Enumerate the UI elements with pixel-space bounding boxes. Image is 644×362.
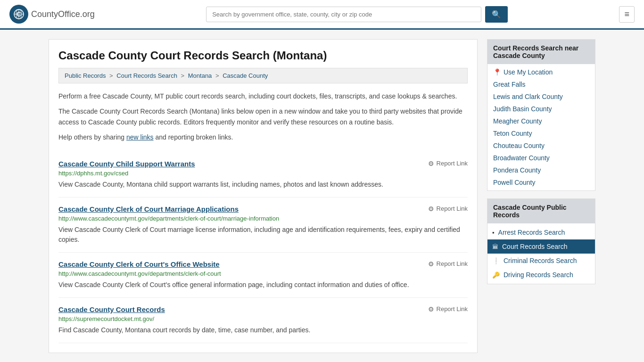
report-link-1[interactable]: ⚙ Report Link — [428, 205, 468, 213]
nearby-link-item-6: Broadwater County — [487, 152, 595, 164]
record-url-0: https://dphhs.mt.gov/csed — [58, 170, 468, 177]
report-icon-2: ⚙ — [428, 260, 434, 268]
public-record-item-1[interactable]: 🏛 Court Records Search — [487, 239, 595, 254]
description-1: Perform a free Cascade County, MT public… — [58, 91, 468, 101]
public-record-link-0[interactable]: Arrest Records Search — [498, 229, 565, 236]
nearby-link-item-1: Lewis and Clark County — [487, 90, 595, 103]
breadcrumb-montana[interactable]: Montana — [188, 72, 212, 79]
public-records-list: ▪ Arrest Records Search 🏛 Court Records … — [487, 223, 595, 284]
record-item: Cascade County Court Records ⚙ Report Li… — [58, 298, 468, 343]
nearby-link-item-3: Meagher County — [487, 115, 595, 127]
breadcrumb-court-records-search[interactable]: Court Records Search — [116, 72, 177, 79]
record-item: Cascade County Child Support Warrants ⚙ … — [58, 152, 468, 197]
site-header: C CountyOffice.org 🔍 ≡ — [0, 0, 644, 30]
public-record-item-2[interactable]: ❕ Criminal Records Search — [487, 254, 595, 268]
public-records-header: Cascade County Public Records — [487, 199, 595, 223]
record-header: Cascade County Court Records ⚙ Report Li… — [58, 305, 468, 313]
records-list: Cascade County Child Support Warrants ⚙ … — [58, 152, 468, 343]
search-button[interactable]: 🔍 — [485, 6, 508, 23]
public-record-item-0[interactable]: ▪ Arrest Records Search — [487, 225, 595, 239]
menu-button[interactable]: ≡ — [619, 6, 635, 23]
search-area: 🔍 — [206, 6, 508, 23]
record-desc-0: View Cascade County, Montana child suppo… — [58, 180, 468, 189]
report-icon-1: ⚙ — [428, 205, 434, 213]
public-record-icon-1: 🏛 — [492, 243, 498, 250]
report-link-0[interactable]: ⚙ Report Link — [428, 160, 468, 167]
public-record-icon-2: ❕ — [492, 257, 500, 264]
record-title-0[interactable]: Cascade County Child Support Warrants — [58, 160, 195, 168]
report-icon-3: ⚙ — [428, 305, 434, 313]
sidebar: Court Records Search near Cascade County… — [487, 39, 595, 353]
nearby-link-8[interactable]: Powell County — [493, 179, 536, 186]
record-header: Cascade County Child Support Warrants ⚙ … — [58, 160, 468, 168]
record-url-3: https://supremecourtdocket.mt.gov/ — [58, 315, 468, 322]
nearby-list: 📍 Use My Location Great FallsLewis and C… — [487, 64, 595, 190]
breadcrumb-public-records[interactable]: Public Records — [65, 72, 106, 79]
search-input[interactable] — [206, 7, 481, 22]
nearby-link-0[interactable]: Great Falls — [493, 81, 525, 88]
use-location-item[interactable]: 📍 Use My Location — [487, 66, 595, 78]
public-record-link-2[interactable]: Criminal Records Search — [504, 257, 577, 264]
nearby-section: Court Records Search near Cascade County… — [487, 39, 595, 191]
public-record-link-3[interactable]: Driving Records Search — [504, 271, 573, 279]
logo-area: C CountyOffice.org — [9, 5, 95, 24]
nearby-link-item-7: Pondera County — [487, 164, 595, 176]
record-header: Cascade County Clerk of Court's Office W… — [58, 260, 468, 268]
record-desc-2: View Cascade County Clerk of Court's off… — [58, 280, 468, 290]
breadcrumb-cascade-county[interactable]: Cascade County — [223, 72, 268, 79]
record-title-1[interactable]: Cascade County Clerk of Court Marriage A… — [58, 205, 239, 213]
nearby-link-5[interactable]: Chouteau County — [493, 142, 545, 149]
nearby-link-4[interactable]: Teton County — [493, 130, 532, 137]
nearby-link-item-0: Great Falls — [487, 78, 595, 90]
nearby-link-item-2: Judith Basin County — [487, 103, 595, 115]
public-record-icon-3: 🔑 — [492, 272, 500, 279]
record-url-1: http://www.cascadecountymt.gov/departmen… — [58, 215, 468, 222]
nearby-link-3[interactable]: Meagher County — [493, 117, 542, 125]
record-item: Cascade County Clerk of Court Marriage A… — [58, 197, 468, 253]
public-record-link-1[interactable]: Court Records Search — [502, 243, 568, 250]
use-location-link[interactable]: Use My Location — [504, 68, 553, 76]
new-links-link[interactable]: new links — [126, 133, 154, 141]
nearby-link-item-5: Chouteau County — [487, 140, 595, 152]
page-title: Cascade County Court Records Search (Mon… — [58, 49, 468, 62]
record-title-2[interactable]: Cascade County Clerk of Court's Office W… — [58, 260, 220, 268]
record-desc-3: Find Cascade County, Montana court recor… — [58, 325, 468, 335]
logo-text: CountyOffice.org — [31, 9, 95, 19]
nearby-link-item-4: Teton County — [487, 127, 595, 140]
record-title-3[interactable]: Cascade County Court Records — [58, 305, 165, 313]
record-header: Cascade County Clerk of Court Marriage A… — [58, 205, 468, 213]
logo-icon: C — [9, 5, 28, 24]
nearby-link-7[interactable]: Pondera County — [493, 166, 541, 174]
nearby-link-1[interactable]: Lewis and Clark County — [493, 93, 563, 100]
help-text: Help others by sharing new links and rep… — [58, 132, 468, 142]
nearby-links: Great FallsLewis and Clark CountyJudith … — [487, 78, 595, 189]
page-container: Cascade County Court Records Search (Mon… — [39, 30, 605, 362]
record-item: Cascade County Clerk of Court's Office W… — [58, 253, 468, 298]
nearby-header: Court Records Search near Cascade County — [487, 40, 595, 64]
record-desc-1: View Cascade County Clerk of Court marri… — [58, 225, 468, 245]
description-2: The Cascade County Court Records Search … — [58, 106, 468, 127]
nearby-link-2[interactable]: Judith Basin County — [493, 105, 552, 113]
report-link-3[interactable]: ⚙ Report Link — [428, 305, 468, 313]
main-content: Cascade County Court Records Search (Mon… — [49, 39, 478, 353]
breadcrumb: Public Records > Court Records Search > … — [58, 68, 468, 83]
public-record-icon-0: ▪ — [492, 229, 495, 236]
report-link-2[interactable]: ⚙ Report Link — [428, 260, 468, 268]
public-records-section: Cascade County Public Records ▪ Arrest R… — [487, 198, 595, 284]
public-record-item-3[interactable]: 🔑 Driving Records Search — [487, 268, 595, 282]
report-icon-0: ⚙ — [428, 160, 434, 167]
record-url-2: http://www.cascadecountymt.gov/departmen… — [58, 270, 468, 277]
location-icon: 📍 — [493, 68, 501, 76]
nearby-link-item-8: Powell County — [487, 176, 595, 189]
nearby-link-6[interactable]: Broadwater County — [493, 154, 550, 162]
